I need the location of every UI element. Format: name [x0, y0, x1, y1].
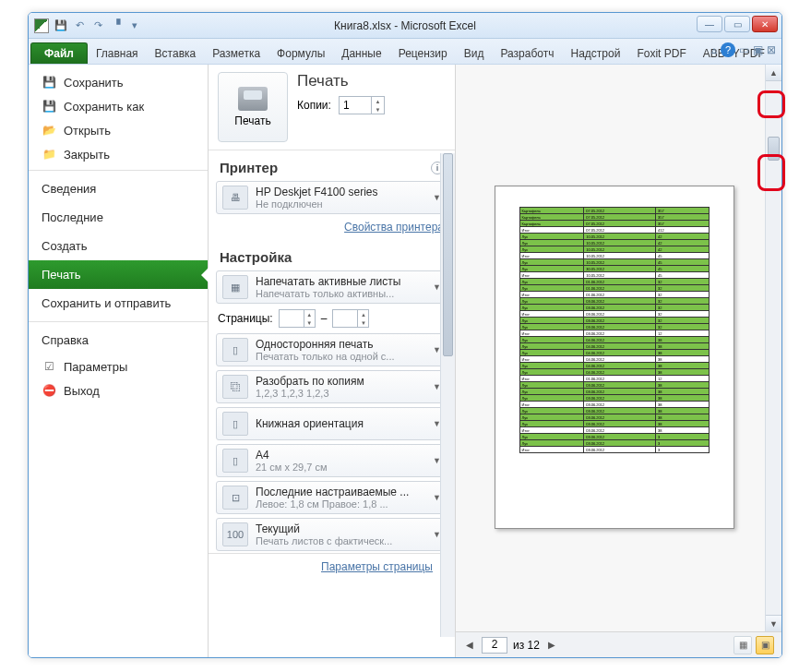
printer-properties-link[interactable]: Свойства принтера	[344, 221, 444, 234]
ribbon-tabs: Файл Главная Вставка Разметка Формулы Да…	[29, 39, 781, 65]
quick-access-toolbar: 💾 ↶ ↷ ▝ ▾	[53, 18, 143, 34]
tab-view[interactable]: Вид	[456, 42, 493, 64]
orientation-selector[interactable]: ▯ Книжная ориентация ▼	[216, 407, 447, 440]
prev-page-button[interactable]: ◀	[463, 639, 476, 652]
nav-options[interactable]: ☑Параметры	[29, 354, 208, 378]
scroll-up-icon[interactable]: ▲	[766, 65, 781, 81]
close-button[interactable]: ✕	[752, 16, 778, 32]
preview-page: Картофель07.05.2012357Картофель07.05.201…	[495, 186, 734, 529]
margins-icon: ⊡	[222, 486, 248, 510]
printer-icon	[238, 87, 268, 111]
scaling-selector[interactable]: 100 ТекущийПечать листов с фактическ... …	[216, 518, 447, 551]
help-icon[interactable]: ?	[721, 42, 735, 57]
excel-window: 💾 ↶ ↷ ▝ ▾ Книга8.xlsx - Microsoft Excel …	[28, 12, 782, 658]
page-icon: ▯	[222, 338, 248, 362]
qat-undo-icon[interactable]: ↶	[71, 18, 88, 34]
current-page-input[interactable]: 2	[482, 637, 507, 654]
margins-selector[interactable]: ⊡ Последние настраиваемые ...Левое: 1,8 …	[216, 481, 447, 514]
nav-send[interactable]: Сохранить и отправить	[29, 289, 208, 318]
page-setup-link[interactable]: Параметры страницы	[321, 560, 433, 573]
pages-to-input[interactable]: ▲▼	[332, 309, 369, 328]
backstage: 💾Сохранить 💾Сохранить как 📂Открыть 📁Закр…	[29, 65, 781, 657]
doc-close-icon[interactable]: ⊠	[767, 43, 776, 56]
print-button[interactable]: Печать	[218, 72, 288, 142]
scroll-thumb[interactable]	[443, 153, 453, 356]
preview-footer: ◀ 2 из 12 ▶ ▦ ▣	[456, 631, 781, 657]
window-title: Книга8.xlsx - Microsoft Excel	[334, 19, 476, 32]
pages-from-input[interactable]: ▲▼	[279, 309, 316, 328]
open-icon: 📂	[42, 123, 56, 138]
qat-new-icon[interactable]: ▾	[126, 18, 143, 34]
minimize-button[interactable]: —	[697, 16, 722, 32]
zoom-to-page-button[interactable]: ▣	[756, 636, 774, 654]
options-icon: ☑	[42, 359, 56, 374]
print-heading: Печать	[297, 72, 385, 90]
nav-new[interactable]: Создать	[29, 232, 208, 260]
nav-open[interactable]: 📂Открыть	[29, 118, 208, 142]
print-settings: Печать Печать Копии: 1 ▲▼ Принтерi 🖶	[209, 65, 456, 657]
nav-separator	[29, 170, 208, 171]
preview-scrollbar[interactable]: ▲ ▼	[765, 65, 781, 631]
portrait-icon: ▯	[222, 412, 248, 436]
printer-device-icon: 🖶	[222, 186, 248, 210]
annotation-callout-1	[757, 90, 785, 118]
tab-developer[interactable]: Разработч	[492, 42, 562, 64]
print-preview: Картофель07.05.2012357Картофель07.05.201…	[456, 65, 781, 657]
doc-restore-icon[interactable]: ▣	[753, 43, 763, 56]
ribbon-minimize-icon[interactable]: ▵	[711, 43, 717, 56]
settings-group-label: Настройка	[220, 249, 292, 265]
tab-insert[interactable]: Вставка	[147, 42, 205, 64]
next-page-button[interactable]: ▶	[545, 639, 558, 652]
collate-selector[interactable]: ⿻ Разобрать по копиям1,2,3 1,2,3 1,2,3 ▼	[216, 370, 447, 403]
collate-icon: ⿻	[222, 375, 248, 399]
nav-separator	[29, 321, 208, 322]
copies-input[interactable]: 1 ▲▼	[339, 96, 385, 114]
sheets-icon: ▦	[222, 275, 248, 299]
save-icon: 💾	[42, 75, 56, 90]
qat-save-icon[interactable]: 💾	[53, 18, 69, 34]
doc-minimize-icon[interactable]: ▭	[739, 43, 749, 56]
copies-label: Копии:	[297, 99, 331, 112]
scale-icon: 100	[222, 522, 248, 546]
qat-open-icon[interactable]: ▝	[108, 18, 125, 34]
tab-home[interactable]: Главная	[88, 42, 147, 64]
tab-review[interactable]: Рецензир	[390, 42, 456, 64]
printer-group-label: Принтер	[220, 160, 278, 175]
preview-table: Картофель07.05.2012357Картофель07.05.201…	[519, 207, 710, 453]
qat-redo-icon[interactable]: ↷	[89, 18, 106, 34]
excel-icon	[34, 18, 49, 33]
tab-foxit[interactable]: Foxit PDF	[628, 42, 694, 64]
nav-print[interactable]: Печать	[29, 260, 208, 289]
tab-file[interactable]: Файл	[30, 42, 88, 64]
backstage-nav: 💾Сохранить 💾Сохранить как 📂Открыть 📁Закр…	[29, 65, 209, 657]
printer-selector[interactable]: 🖶 HP Deskjet F4100 seriesНе подключен ▼	[216, 181, 447, 214]
pages-label: Страницы:	[218, 312, 273, 325]
tab-data[interactable]: Данные	[333, 42, 389, 64]
annotation-callout-2	[757, 154, 785, 191]
print-what-selector[interactable]: ▦ Напечатать активные листыНапечатать то…	[216, 270, 447, 304]
paper-size-selector[interactable]: ▯ A421 см x 29,7 см ▼	[216, 444, 447, 477]
settings-scrollbar[interactable]	[440, 153, 455, 637]
exit-icon: ⛔	[42, 383, 56, 398]
tab-layout[interactable]: Разметка	[204, 42, 268, 64]
nav-info[interactable]: Сведения	[29, 174, 208, 203]
tab-addins[interactable]: Надстрой	[562, 42, 628, 64]
nav-exit[interactable]: ⛔Выход	[29, 378, 208, 402]
paper-icon: ▯	[222, 449, 248, 473]
show-margins-button[interactable]: ▦	[733, 636, 752, 654]
window-buttons: — ▭ ✕	[697, 16, 778, 32]
page-count-label: из 12	[513, 639, 540, 652]
nav-close[interactable]: 📁Закрыть	[29, 142, 208, 166]
duplex-selector[interactable]: ▯ Односторонняя печатьПечатать только на…	[216, 333, 447, 366]
scroll-down-icon[interactable]: ▼	[766, 615, 781, 631]
nav-save[interactable]: 💾Сохранить	[29, 70, 208, 94]
maximize-button[interactable]: ▭	[724, 16, 750, 32]
nav-help[interactable]: Справка	[29, 326, 208, 354]
spin-down-icon[interactable]: ▼	[371, 105, 384, 114]
nav-save-as[interactable]: 💾Сохранить как	[29, 94, 208, 118]
tab-formulas[interactable]: Формулы	[268, 42, 333, 64]
spin-up-icon[interactable]: ▲	[371, 97, 384, 105]
nav-recent[interactable]: Последние	[29, 203, 208, 232]
close-icon: 📁	[42, 147, 56, 162]
titlebar: 💾 ↶ ↷ ▝ ▾ Книга8.xlsx - Microsoft Excel …	[29, 13, 781, 39]
